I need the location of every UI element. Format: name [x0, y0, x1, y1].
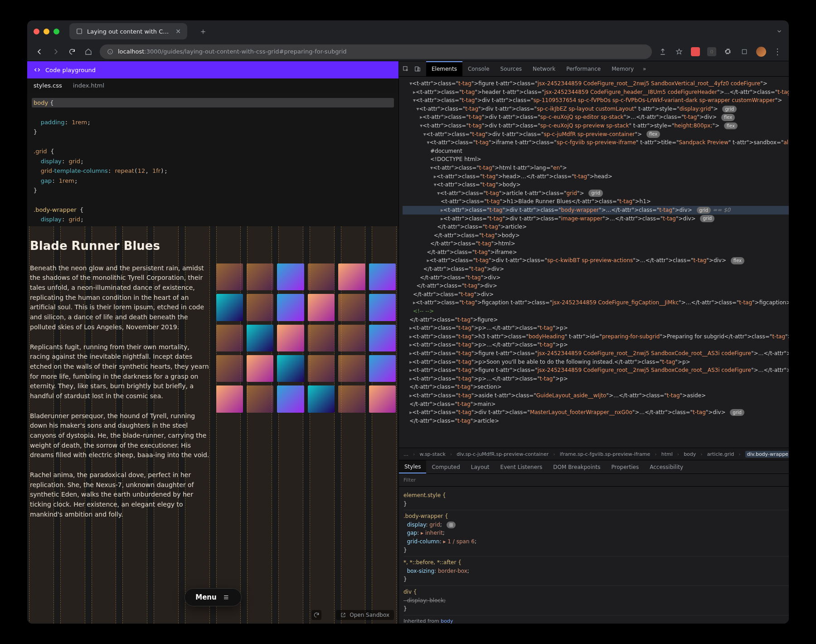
styles-tab-properties[interactable]: Properties — [606, 460, 645, 473]
dom-node[interactable]: ▸<t-attr">class="t-tag">p>Soon you'll be… — [403, 358, 789, 366]
chrome-menu-icon[interactable]: ⋮ — [773, 47, 782, 56]
breadcrumb-item[interactable]: w.sp-stack — [419, 451, 445, 457]
file-tab-index[interactable]: index.html — [73, 82, 104, 89]
dom-tree[interactable]: ▾<t-attr">class="t-tag">figure t-attr">c… — [399, 77, 789, 448]
back-button[interactable] — [34, 48, 44, 56]
share-icon[interactable] — [658, 47, 667, 56]
inspect-icon[interactable] — [403, 66, 411, 72]
dom-node[interactable]: <!-- --> — [403, 307, 789, 316]
dom-node[interactable]: </t-attr">class="t-tag">iframe> — [403, 248, 789, 257]
open-sandbox-link[interactable]: Open Sandbox — [336, 610, 394, 620]
dom-node[interactable]: </t-attr">class="t-tag">div> — [403, 273, 789, 282]
dom-node[interactable]: ▾<t-attr">class="t-tag">div t-attr">clas… — [403, 122, 789, 130]
dom-node[interactable]: ▸<t-attr">class="t-tag">div t-attr">clas… — [403, 256, 789, 265]
dom-node[interactable]: ▾<t-attr">class="t-tag">body> — [403, 181, 789, 189]
dom-node[interactable]: ▸<t-attr">class="t-tag">p>…</t-attr">cla… — [403, 324, 789, 332]
devtools-tab-network[interactable]: Network — [527, 61, 561, 76]
dom-node[interactable]: ▾<t-attr">class="t-tag">div t-attr">clas… — [403, 96, 789, 105]
dom-node[interactable]: </t-attr">class="t-tag">body> — [403, 231, 789, 240]
extension-badge-red[interactable] — [691, 47, 700, 56]
dom-node[interactable]: </t-attr">class="t-tag">div> — [403, 265, 789, 273]
dom-node[interactable]: </t-attr">class="t-tag">article> — [403, 223, 789, 231]
dom-node[interactable]: ▾<t-attr">class="t-tag">div t-attr">clas… — [403, 105, 789, 113]
dom-node[interactable]: ▾<t-attr">class="t-tag">div t-attr">clas… — [403, 130, 789, 139]
minimize-window-icon[interactable] — [44, 29, 49, 34]
dom-node[interactable]: ▾<t-attr">class="t-tag">article t-attr">… — [403, 189, 789, 198]
maximize-window-icon[interactable] — [53, 29, 59, 34]
breadcrumb-item[interactable]: html — [661, 451, 673, 457]
dom-node[interactable]: ▸<t-attr">class="t-tag">p>…</t-attr">cla… — [403, 341, 789, 349]
devtools-tab-sources[interactable]: Sources — [495, 61, 527, 76]
style-rule[interactable]: element.style {} — [403, 489, 789, 510]
forward-button[interactable] — [51, 48, 61, 56]
dom-node[interactable]: #document — [403, 147, 789, 156]
breadcrumb-item[interactable]: article.grid — [707, 451, 734, 457]
style-rule[interactable]: user agent stylesheetdiv { display: bloc… — [403, 586, 789, 615]
dom-node[interactable]: </t-attr">class="t-tag">div> — [403, 290, 789, 299]
style-rule[interactable]: styles.css:11.body-wrapper { display: gr… — [403, 510, 789, 556]
dom-node[interactable]: </t-attr">class="t-tag">section> — [403, 383, 789, 391]
dom-node[interactable]: <t-attr">class="t-tag">h1>Blade Runner B… — [403, 197, 789, 206]
dom-node[interactable]: </t-attr">class="t-tag">main> — [403, 400, 789, 409]
styles-tab-styles[interactable]: Styles — [399, 460, 426, 473]
dom-node[interactable]: ▾<t-attr">class="t-tag">iframe t-attr">c… — [403, 138, 789, 147]
breadcrumb-item[interactable]: div.sp-c-juMdfR.sp-preview-container — [457, 451, 549, 457]
dom-node[interactable]: ▸<t-attr">class="t-tag">header t-attr">c… — [403, 88, 789, 97]
styles-filter-input[interactable] — [399, 477, 789, 483]
dom-node[interactable]: ▸<t-attr">class="t-tag">div t-attr">clas… — [403, 215, 789, 223]
breadcrumb-item[interactable]: … — [403, 451, 408, 457]
new-tab-button[interactable]: ＋ — [194, 26, 212, 37]
tabs-overflow-icon[interactable] — [776, 28, 782, 34]
device-mode-icon[interactable] — [414, 66, 423, 72]
style-rule[interactable]: reset.css:3*, *::before, *::after { box-… — [403, 556, 789, 586]
styles-tab-computed[interactable]: Computed — [426, 460, 465, 473]
site-info-icon[interactable] — [107, 49, 113, 55]
dom-node[interactable]: ▸<t-attr">class="t-tag">div t-attr">clas… — [403, 408, 789, 417]
breadcrumb-item[interactable]: iframe.sp-c-fgviib.sp-preview-iframe — [560, 451, 651, 457]
more-tabs-icon[interactable]: » — [639, 66, 650, 72]
styles-tab-accessibility[interactable]: Accessibility — [644, 460, 689, 473]
dom-node[interactable]: ▸<t-attr">class="t-tag">div t-attr">clas… — [403, 113, 789, 122]
style-rules[interactable]: element.style {}styles.css:11.body-wrapp… — [399, 487, 789, 624]
labs-icon[interactable] — [740, 47, 749, 56]
dom-node[interactable]: ▸<t-attr">class="t-tag">div t-attr">clas… — [403, 206, 789, 215]
browser-tab[interactable]: Laying out content with CSS G ✕ — [69, 23, 187, 39]
menu-button[interactable]: Menu — [184, 588, 241, 606]
devtools-tab-memory[interactable]: Memory — [606, 61, 639, 76]
close-window-icon[interactable] — [34, 29, 39, 34]
extension-badge-dim[interactable]: ⟨⟩ — [707, 47, 716, 56]
extensions-icon[interactable] — [724, 47, 733, 56]
address-bar[interactable]: localhost:3000/guides/laying-out-content… — [100, 44, 652, 59]
devtools-tab-performance[interactable]: Performance — [561, 61, 606, 76]
dom-node[interactable]: </t-attr">class="t-tag">article> — [403, 417, 789, 425]
dom-node[interactable]: ▸<t-attr">class="t-tag">figure t-attr">c… — [403, 366, 789, 375]
dom-node[interactable]: ▸<t-attr">class="t-tag">h3 t-attr">class… — [403, 332, 789, 341]
dom-node[interactable]: <!DOCTYPE html> — [403, 155, 789, 164]
code-editor[interactable]: body { padding: 1rem; } .grid { display:… — [27, 93, 398, 226]
dom-node[interactable]: ▸<t-attr">class="t-tag">head>…</t-attr">… — [403, 172, 789, 181]
home-button[interactable] — [83, 48, 93, 55]
file-tab-styles[interactable]: styles.css — [34, 82, 62, 89]
breadcrumb-item[interactable]: body — [684, 451, 696, 457]
dom-node[interactable]: ▸<t-attr">class="t-tag">figcaption t-att… — [403, 298, 789, 307]
sandbox-reload-icon[interactable] — [311, 610, 321, 620]
dom-node[interactable]: </t-attr">class="t-tag">figure> — [403, 316, 789, 324]
styles-tab-layout[interactable]: Layout — [466, 460, 495, 473]
profile-avatar[interactable] — [756, 47, 766, 57]
styles-tab-event-listeners[interactable]: Event Listeners — [495, 460, 548, 473]
dom-node[interactable]: </t-attr">class="t-tag">html> — [403, 239, 789, 248]
dom-node[interactable]: ▾<t-attr">class="t-tag">html t-attr">lan… — [403, 164, 789, 172]
devtools-tab-elements[interactable]: Elements — [426, 61, 462, 76]
dom-node[interactable]: ▸<t-attr">class="t-tag">figure t-attr">c… — [403, 349, 789, 358]
devtools-tab-console[interactable]: Console — [462, 61, 495, 76]
element-breadcrumb[interactable]: …›w.sp-stack›div.sp-c-juMdfR.sp-preview-… — [399, 448, 789, 460]
dom-node[interactable]: ▾<t-attr">class="t-tag">figure t-attr">c… — [403, 79, 789, 88]
dom-node[interactable]: ▸<t-attr">class="t-tag">p>…</t-attr">cla… — [403, 375, 789, 383]
reload-button[interactable] — [67, 48, 77, 55]
breadcrumb-item[interactable]: div.body-wrapper — [745, 451, 789, 458]
close-tab-icon[interactable]: ✕ — [175, 28, 181, 35]
styles-tab-dom-breakpoints[interactable]: DOM Breakpoints — [548, 460, 606, 473]
bookmark-icon[interactable] — [675, 47, 684, 56]
dom-node[interactable]: </t-attr">class="t-tag">div> — [403, 282, 789, 290]
dom-node[interactable]: ▸<t-attr">class="t-tag">aside t-attr">cl… — [403, 391, 789, 400]
